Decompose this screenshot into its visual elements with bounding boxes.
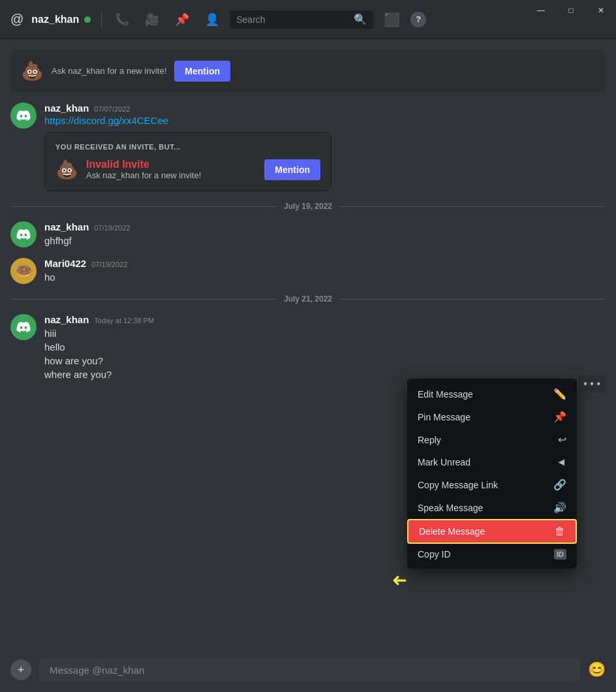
message-group-4: naz_khan Today at 12:38 PM hiii hello ho… [10,314,606,381]
invite-title-1: Invalid Invite [86,159,256,170]
search-input[interactable] [236,14,348,25]
more-options-button[interactable]: • • • [578,375,606,392]
online-status-indicator [84,16,91,23]
invite-label-1: YOU RECEIVED AN INVITE, BUT... [55,143,320,151]
message-content-4: naz_khan Today at 12:38 PM hiii hello ho… [44,314,606,381]
mention-button-1[interactable]: Mention [264,159,320,180]
video-icon[interactable]: 🎥 [142,10,162,29]
message-time-3: 07/19/2022 [91,260,127,268]
message-line-3: how are you? [44,354,606,368]
delete-icon: 🗑 [555,526,565,537]
message-group-2: naz_khan 07/19/2022 ghfhgf [10,221,606,247]
message-group-1: naz_khan 07/07/2022 https://discord.gg/x… [10,102,606,191]
context-menu: Edit Message ✏️ Pin Message 📌 Reply ↩ Ma… [407,379,577,569]
search-icon: 🔍 [354,13,367,25]
message-author-4: naz_khan [44,314,89,325]
speak-icon: 🔊 [553,501,566,514]
emoji-button[interactable]: 😊 [588,661,606,678]
message-author-1: naz_khan [44,102,89,114]
message-input[interactable] [39,658,580,682]
message-text-3: ho [44,270,606,284]
add-attachment-button[interactable]: + [10,659,31,680]
avatar-naz-khan-1 [10,102,37,129]
invite-body-1: 💩 Invalid Invite Ask naz_khan for a new … [55,159,320,180]
edit-label: Edit Message [418,389,473,400]
avatar-naz-khan-2 [10,221,37,247]
input-bar: + 😊 [0,648,616,692]
phone-icon[interactable]: 📞 [112,10,132,29]
message-header-4: naz_khan Today at 12:38 PM [44,314,606,325]
date-divider-2: July 21, 2022 [10,294,606,304]
copy-link-label: Copy Message Link [418,480,498,490]
top-invite-card: 💩 Ask naz_khan for a new invite! Mention [10,50,606,92]
copy-id-icon: ID [554,549,566,559]
pin-label: Pin Message [418,412,470,422]
context-menu-copy-link[interactable]: Copy Message Link 🔗 [407,473,577,496]
header-icons: 📞 🎥 📌 👤 [112,10,222,29]
title-bar: — □ ✕ [526,0,616,21]
context-menu-mark-unread[interactable]: Mark Unread ◄ [407,451,577,473]
poop-icon-2: 💩 [55,159,78,180]
copy-id-label: Copy ID [418,549,451,559]
message-content-1: naz_khan 07/07/2022 https://discord.gg/x… [44,102,606,191]
message-content-3: Mari0422 07/19/2022 ho [44,258,606,284]
invite-card-1: YOU RECEIVED AN INVITE, BUT... 💩 Invalid… [44,132,331,191]
context-menu-copy-id[interactable]: Copy ID ID [407,544,577,565]
poop-icon: 💩 [21,60,44,82]
avatar-naz-khan-4 [10,314,37,340]
date-divider-1: July 19, 2022 [10,202,606,211]
edit-icon: ✏️ [553,388,566,400]
minimize-button[interactable]: — [526,0,556,21]
message-time-2: 07/19/2022 [94,224,130,232]
message-header-3: Mari0422 07/19/2022 [44,258,606,269]
header-username: naz_khan [31,14,91,25]
message-group-3: 🍩 Mari0422 07/19/2022 ho [10,258,606,284]
invite-sub-text: Ask naz_khan for a new invite! [52,66,166,76]
username-label: naz_khan [31,14,79,25]
avatar-mari0422: 🍩 [10,258,37,284]
close-button[interactable]: ✕ [586,0,616,21]
invite-info-1: Invalid Invite Ask naz_khan for a new in… [86,159,256,180]
message-content-2: naz_khan 07/19/2022 ghfhgf [44,221,606,247]
reply-icon: ↩ [558,433,566,446]
delete-label: Delete Message [419,526,485,537]
invite-sub-1: Ask naz_khan for a new invite! [86,170,256,180]
discord-link[interactable]: https://discord.gg/xx4CECee [44,115,168,126]
context-menu-edit[interactable]: Edit Message ✏️ [407,383,577,405]
pin-icon-menu: 📌 [553,411,566,423]
help-icon[interactable]: ? [410,12,426,27]
pin-icon[interactable]: 📌 [172,10,192,29]
context-menu-reply[interactable]: Reply ↩ [407,428,577,451]
mark-unread-label: Mark Unread [418,457,470,467]
message-line-2: hello [44,340,606,354]
add-user-icon[interactable]: 👤 [202,10,222,29]
message-text-2: ghfhgf [44,234,606,247]
at-icon: @ [10,12,23,27]
message-time-4: Today at 12:38 PM [94,317,154,324]
yellow-arrow-indicator: ➜ [392,569,407,591]
date-label-2: July 21, 2022 [284,294,332,304]
date-label-1: July 19, 2022 [284,202,332,211]
message-header-1: naz_khan 07/07/2022 [44,102,606,114]
inbox-icon[interactable]: ⬛ [381,9,403,30]
header: @ naz_khan 📞 🎥 📌 👤 🔍 ⬛ ? [0,0,616,39]
message-header-2: naz_khan 07/19/2022 [44,221,606,232]
message-author-2: naz_khan [44,221,89,232]
copy-link-icon: 🔗 [553,479,566,491]
message-author-3: Mari0422 [44,258,86,269]
maximize-button[interactable]: □ [556,0,586,21]
context-menu-pin[interactable]: Pin Message 📌 [407,405,577,428]
context-menu-delete[interactable]: Delete Message 🗑 [407,519,577,544]
message-line-1: hiii [44,326,606,340]
mention-button-top[interactable]: Mention [174,61,230,82]
mark-unread-icon: ◄ [556,456,566,468]
search-bar[interactable]: 🔍 [230,10,373,29]
header-divider [101,12,102,27]
speak-label: Speak Message [418,503,483,513]
message-time-1: 07/07/2022 [94,105,130,113]
context-menu-speak[interactable]: Speak Message 🔊 [407,496,577,519]
reply-label: Reply [418,435,441,445]
